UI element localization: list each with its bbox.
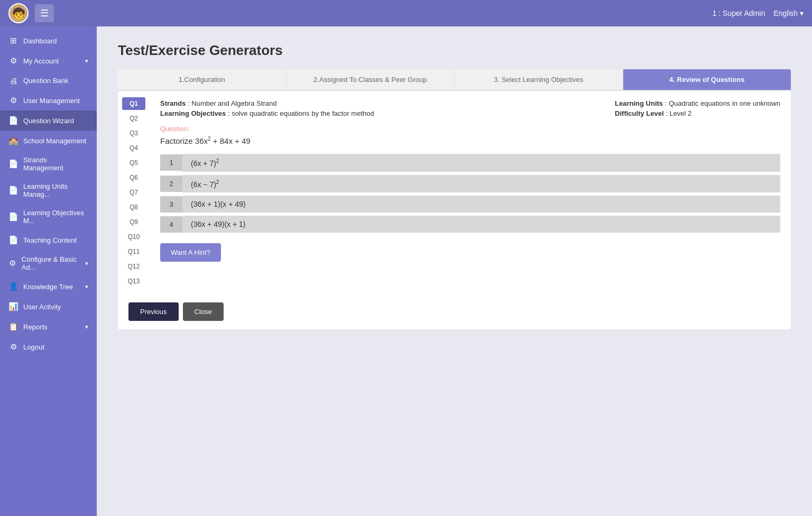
page-title: Test/Exercise Generators xyxy=(118,42,791,59)
sidebar-item-learning-objectives[interactable]: 📄 Learning Objectives M... xyxy=(0,204,97,230)
sidebar-item-label: Question Bank xyxy=(23,77,68,85)
step-assigned[interactable]: 2.Assigned To Classes & Peer Group xyxy=(287,69,455,90)
learning-units-info: Learning Units : Quadratic equations in … xyxy=(615,99,780,107)
step-configuration[interactable]: 1.Configuration xyxy=(118,69,287,90)
q-tab-2[interactable]: Q2 xyxy=(122,112,145,125)
sidebar-item-user-activity[interactable]: 📊 User Activity xyxy=(0,297,97,317)
learning-objectives-info: Learning Objectives : solve quadratic eq… xyxy=(160,109,374,117)
reports-icon: 📋 xyxy=(8,322,18,331)
configure-icon: ⚙ xyxy=(8,259,16,268)
q-tab-7[interactable]: Q7 xyxy=(122,186,145,199)
step-review[interactable]: 4. Review of Questions xyxy=(623,69,791,90)
q-tab-1[interactable]: Q1 xyxy=(122,97,145,110)
sidebar-item-label: Dashboard xyxy=(23,37,57,45)
learning-units-icon: 📄 xyxy=(8,186,18,195)
strands-info: Strands : Number and Algebra Strand xyxy=(160,99,374,107)
sidebar-item-question-bank[interactable]: 🖨 Question Bank xyxy=(0,71,97,90)
dashboard-icon: ⊞ xyxy=(8,36,18,45)
sidebar-item-learning-units[interactable]: 📄 Learning Units Manag... xyxy=(0,177,97,204)
sidebar-item-reports[interactable]: 📋 Reports ▾ xyxy=(0,317,97,337)
learning-objectives-label: Learning Objectives xyxy=(160,109,226,117)
answer-option-1[interactable]: 1 (6x + 7)2 xyxy=(160,154,780,172)
sidebar-item-school-management[interactable]: 🏫 School Management xyxy=(0,131,97,151)
close-button[interactable]: Close xyxy=(183,302,224,321)
admin-label: 1 : Super Admin xyxy=(713,9,765,17)
chevron-down-icon: ▾ xyxy=(85,58,88,64)
my-account-icon: ⚙ xyxy=(8,56,18,66)
strands-value: Number and Algebra Strand xyxy=(191,99,276,107)
avatar: 🧒 xyxy=(8,3,29,23)
option-number: 2 xyxy=(160,176,182,192)
question-label: Question: xyxy=(160,125,780,133)
sidebar-item-label: School Management xyxy=(23,137,86,145)
sidebar-item-label: Strands Management xyxy=(23,156,88,172)
user-management-icon: ⚙ xyxy=(8,96,18,105)
strands-management-icon: 📄 xyxy=(8,159,18,169)
chevron-down-icon: ▾ xyxy=(85,324,88,330)
answer-option-2[interactable]: 2 (6x − 7)2 xyxy=(160,175,780,193)
sidebar-item-knowledge-tree[interactable]: 👤 Knowledge Tree ▾ xyxy=(0,277,97,297)
learning-units-value: Quadratic equations in one unknown xyxy=(669,99,780,107)
knowledge-tree-icon: 👤 xyxy=(8,282,18,291)
chevron-down-icon: ▾ xyxy=(85,260,88,267)
sidebar-item-strands-management[interactable]: 📄 Strands Management xyxy=(0,151,97,177)
learning-objectives-icon: 📄 xyxy=(8,212,18,222)
option-number: 4 xyxy=(160,216,182,233)
answer-options: 1 (6x + 7)2 2 (6x − 7)2 3 (36x + 1)(x + … xyxy=(160,154,780,233)
question-meta-left: Strands : Number and Algebra Strand Lear… xyxy=(160,99,374,119)
hint-button[interactable]: Want A Hint? xyxy=(160,243,221,262)
sidebar-item-teaching-content[interactable]: 📄 Teaching Content xyxy=(0,230,97,250)
learning-units-label: Learning Units xyxy=(615,99,663,107)
q-tab-3[interactable]: Q3 xyxy=(122,127,145,140)
step-learning-objectives[interactable]: 3. Select Learning Objectives xyxy=(455,69,623,90)
sidebar-item-label: Learning Objectives M... xyxy=(23,209,88,225)
sidebar-item-label: My Account xyxy=(23,57,59,65)
q-tabs: Q1 Q2 Q3 Q4 Q5 Q6 Q7 Q8 Q9 Q10 Q11 Q12 Q… xyxy=(118,91,150,294)
layout: ⊞ Dashboard ⚙ My Account ▾ 🖨 Question Ba… xyxy=(0,26,812,516)
main-content: Test/Exercise Generators 1.Configuration… xyxy=(97,26,812,516)
sidebar-item-user-management[interactable]: ⚙ User Management xyxy=(0,90,97,110)
q-tab-4[interactable]: Q4 xyxy=(122,142,145,154)
answer-option-3[interactable]: 3 (36x + 1)(x + 49) xyxy=(160,196,780,213)
sidebar-item-dashboard[interactable]: ⊞ Dashboard xyxy=(0,31,97,51)
logout-icon: ⚙ xyxy=(8,342,18,352)
bottom-buttons: Previous Close xyxy=(118,294,791,329)
sidebar-item-question-wizard[interactable]: 📄 Question Wizard xyxy=(0,110,97,131)
option-text: (36x + 49)(x + 1) xyxy=(182,216,780,233)
q-tab-6[interactable]: Q6 xyxy=(122,171,145,184)
q-tab-5[interactable]: Q5 xyxy=(122,156,145,169)
q-tab-9[interactable]: Q9 xyxy=(122,216,145,228)
sidebar: ⊞ Dashboard ⚙ My Account ▾ 🖨 Question Ba… xyxy=(0,26,97,516)
sidebar-item-logout[interactable]: ⚙ Logout xyxy=(0,337,97,357)
learning-objectives-value: solve quadratic equations by the factor … xyxy=(232,109,374,117)
sidebar-item-label: Knowledge Tree xyxy=(23,283,73,291)
sidebar-item-label: User Management xyxy=(23,97,80,105)
question-bank-icon: 🖨 xyxy=(8,76,18,85)
sidebar-item-configure[interactable]: ⚙ Configure & Basic Ad... ▾ xyxy=(0,250,97,277)
question-content: Strands : Number and Algebra Strand Lear… xyxy=(150,91,791,294)
option-text: (6x + 7)2 xyxy=(182,154,780,172)
q-tab-12[interactable]: Q12 xyxy=(122,260,145,273)
school-management-icon: 🏫 xyxy=(8,136,18,145)
sidebar-item-label: Question Wizard xyxy=(23,117,74,125)
option-number: 1 xyxy=(160,154,182,171)
language-selector[interactable]: English ▾ xyxy=(773,9,804,17)
sidebar-item-label: Teaching Content xyxy=(23,236,77,244)
answer-option-4[interactable]: 4 (36x + 49)(x + 1) xyxy=(160,216,780,233)
hamburger-button[interactable]: ☰ xyxy=(35,4,54,22)
q-tab-10[interactable]: Q10 xyxy=(122,231,145,243)
q-tab-8[interactable]: Q8 xyxy=(122,201,145,214)
q-tab-13[interactable]: Q13 xyxy=(122,275,145,288)
question-wizard-icon: 📄 xyxy=(8,116,18,125)
sidebar-item-my-account[interactable]: ⚙ My Account ▾ xyxy=(0,51,97,71)
sidebar-item-label: Configure & Basic Ad... xyxy=(22,255,80,271)
question-text: Factorize 36x2 + 84x + 49 xyxy=(160,136,780,145)
difficulty-value: Level 2 xyxy=(669,109,691,117)
topbar: 🧒 ☰ 1 : Super Admin English ▾ xyxy=(0,0,812,26)
strands-label: Strands xyxy=(160,99,186,107)
sidebar-item-label: Learning Units Manag... xyxy=(23,182,88,198)
q-tab-11[interactable]: Q11 xyxy=(122,245,145,258)
sidebar-item-label: Logout xyxy=(23,343,44,351)
previous-button[interactable]: Previous xyxy=(128,302,179,321)
question-meta: Strands : Number and Algebra Strand Lear… xyxy=(160,99,780,119)
